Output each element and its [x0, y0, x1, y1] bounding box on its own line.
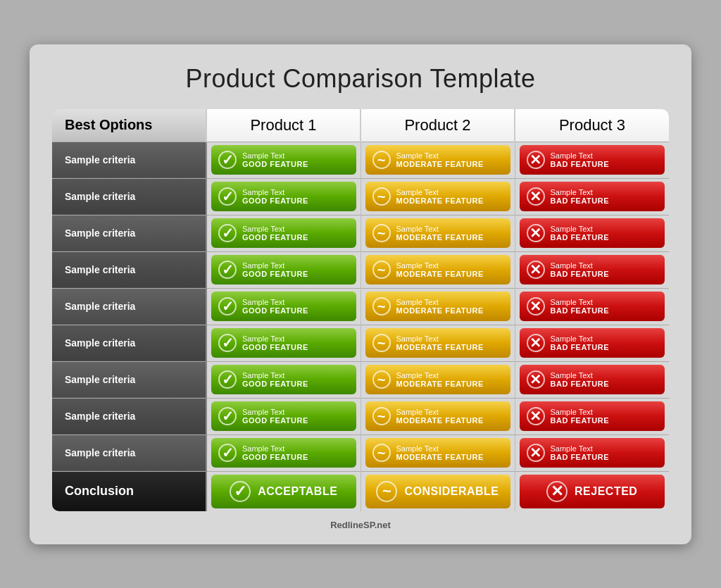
- conclusion-criteria-cell: Conclusion: [52, 471, 206, 511]
- conclusion-green-label: ACCEPTABLE: [258, 485, 337, 498]
- criteria-cell: Sample criteria: [52, 178, 206, 215]
- red-cell: ✕ Sample Text BAD FEATURE: [515, 251, 669, 288]
- yellow-cell: ~ Sample Text MODERATE FEATURE: [360, 178, 515, 215]
- criteria-cell: Sample criteria: [52, 251, 206, 288]
- conclusion-yellow-cell: ~ CONSIDERABLE: [360, 471, 515, 511]
- footer-text: RedlineSP.net: [52, 520, 669, 530]
- table-row: Sample criteria ✓ Sample Text GOOD FEATU…: [52, 215, 669, 251]
- header-col1: Best Options: [52, 109, 206, 142]
- header-col2: Product 1: [206, 109, 360, 142]
- comparison-table: Best Options Product 1 Product 2 Product…: [52, 109, 669, 511]
- red-icon: ✕: [527, 407, 545, 425]
- table-row: Sample criteria ✓ Sample Text GOOD FEATU…: [52, 142, 669, 178]
- red-icon: ✕: [527, 224, 545, 242]
- red-icon: ✕: [527, 187, 545, 206]
- red-icon: ✕: [527, 334, 545, 352]
- red-cell: ✕ Sample Text BAD FEATURE: [515, 288, 669, 325]
- yellow-cell: ~ Sample Text MODERATE FEATURE: [360, 325, 515, 361]
- yellow-cell: ~ Sample Text MODERATE FEATURE: [360, 398, 515, 434]
- yellow-cell: ~ Sample Text MODERATE FEATURE: [360, 215, 515, 251]
- conclusion-red-icon: ✕: [546, 481, 568, 502]
- comparison-table-wrap: Best Options Product 1 Product 2 Product…: [52, 109, 669, 511]
- conclusion-red-label: REJECTED: [575, 485, 637, 498]
- yellow-cell: ~ Sample Text MODERATE FEATURE: [360, 142, 515, 178]
- green-icon: ✓: [218, 261, 237, 279]
- yellow-icon: ~: [372, 187, 391, 206]
- red-icon: ✕: [527, 297, 545, 315]
- green-cell: ✓ Sample Text GOOD FEATURE: [206, 434, 360, 471]
- table-row: Sample criteria ✓ Sample Text GOOD FEATU…: [52, 178, 669, 215]
- green-cell: ✓ Sample Text GOOD FEATURE: [206, 215, 360, 251]
- green-icon: ✓: [218, 297, 237, 315]
- criteria-cell: Sample criteria: [52, 361, 206, 398]
- yellow-icon: ~: [372, 151, 391, 169]
- green-icon: ✓: [218, 334, 237, 352]
- yellow-icon: ~: [372, 224, 391, 242]
- red-icon: ✕: [527, 261, 545, 279]
- red-cell: ✕ Sample Text BAD FEATURE: [515, 361, 669, 398]
- main-card: Product Comparison Template Best Options…: [30, 44, 691, 544]
- yellow-cell: ~ Sample Text MODERATE FEATURE: [360, 434, 515, 471]
- yellow-icon: ~: [372, 334, 391, 352]
- table-row: Sample criteria ✓ Sample Text GOOD FEATU…: [52, 434, 669, 471]
- green-icon: ✓: [218, 151, 237, 169]
- criteria-cell: Sample criteria: [52, 434, 206, 471]
- criteria-cell: Sample criteria: [52, 142, 206, 178]
- table-row: Sample criteria ✓ Sample Text GOOD FEATU…: [52, 288, 669, 325]
- yellow-icon: ~: [372, 444, 391, 462]
- red-cell: ✕ Sample Text BAD FEATURE: [515, 178, 669, 215]
- criteria-cell: Sample criteria: [52, 215, 206, 251]
- green-icon: ✓: [218, 224, 237, 242]
- green-cell: ✓ Sample Text GOOD FEATURE: [206, 288, 360, 325]
- page-title: Product Comparison Template: [52, 64, 669, 94]
- yellow-cell: ~ Sample Text MODERATE FEATURE: [360, 288, 515, 325]
- criteria-cell: Sample criteria: [52, 398, 206, 434]
- yellow-icon: ~: [372, 297, 391, 315]
- table-row: Sample criteria ✓ Sample Text GOOD FEATU…: [52, 361, 669, 398]
- header-col4: Product 3: [515, 109, 669, 142]
- yellow-icon: ~: [372, 261, 391, 279]
- green-cell: ✓ Sample Text GOOD FEATURE: [206, 398, 360, 434]
- green-cell: ✓ Sample Text GOOD FEATURE: [206, 361, 360, 398]
- conclusion-yellow-icon: ~: [376, 481, 397, 502]
- green-cell: ✓ Sample Text GOOD FEATURE: [206, 325, 360, 361]
- green-icon: ✓: [218, 444, 237, 462]
- red-cell: ✕ Sample Text BAD FEATURE: [515, 215, 669, 251]
- header-row: Best Options Product 1 Product 2 Product…: [52, 109, 669, 142]
- table-row: Sample criteria ✓ Sample Text GOOD FEATU…: [52, 325, 669, 361]
- green-cell: ✓ Sample Text GOOD FEATURE: [206, 178, 360, 215]
- conclusion-green-cell: ✓ ACCEPTABLE: [206, 471, 360, 511]
- red-cell: ✕ Sample Text BAD FEATURE: [515, 434, 669, 471]
- conclusion-red-cell: ✕ REJECTED: [515, 471, 669, 511]
- yellow-cell: ~ Sample Text MODERATE FEATURE: [360, 251, 515, 288]
- conclusion-yellow-label: CONSIDERABLE: [404, 485, 499, 498]
- red-icon: ✕: [527, 370, 545, 389]
- red-cell: ✕ Sample Text BAD FEATURE: [515, 398, 669, 434]
- red-cell: ✕ Sample Text BAD FEATURE: [515, 325, 669, 361]
- yellow-icon: ~: [372, 407, 391, 425]
- yellow-cell: ~ Sample Text MODERATE FEATURE: [360, 361, 515, 398]
- red-icon: ✕: [527, 151, 545, 169]
- green-icon: ✓: [218, 370, 237, 389]
- criteria-cell: Sample criteria: [52, 288, 206, 325]
- green-cell: ✓ Sample Text GOOD FEATURE: [206, 251, 360, 288]
- green-icon: ✓: [218, 407, 237, 425]
- table-row: Sample criteria ✓ Sample Text GOOD FEATU…: [52, 251, 669, 288]
- red-cell: ✕ Sample Text BAD FEATURE: [515, 142, 669, 178]
- table-row: Sample criteria ✓ Sample Text GOOD FEATU…: [52, 398, 669, 434]
- header-col3: Product 2: [360, 109, 515, 142]
- conclusion-row: Conclusion ✓ ACCEPTABLE ~ CONSIDERABLE ✕…: [52, 471, 669, 511]
- green-cell: ✓ Sample Text GOOD FEATURE: [206, 142, 360, 178]
- red-icon: ✕: [527, 444, 545, 462]
- criteria-cell: Sample criteria: [52, 325, 206, 361]
- green-icon: ✓: [218, 187, 237, 206]
- conclusion-green-icon: ✓: [230, 481, 251, 502]
- yellow-icon: ~: [372, 370, 391, 389]
